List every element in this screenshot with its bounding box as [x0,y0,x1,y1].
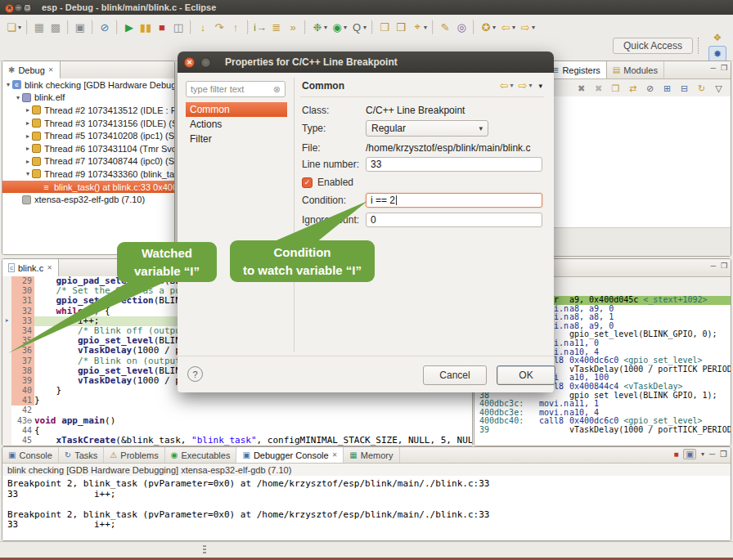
run-button[interactable]: ◉ [329,19,345,35]
tab-memory[interactable]: ▦Memory [344,447,399,463]
enabled-checkbox[interactable]: ✓ [302,177,313,188]
breakpoint-gutter[interactable] [2,436,11,446]
breakpoint-gutter[interactable] [2,307,11,316]
debug-button-dropdown[interactable]: ▾ [324,24,327,31]
remove-icon[interactable]: ✖ [574,82,588,96]
debug-tree-item[interactable]: ▸Thread #5 1073410208 (ipc1) (Suspended) [2,129,174,142]
chevron-down-icon[interactable]: ▾ [701,450,704,458]
breakpoint-gutter[interactable] [2,336,11,346]
chevron-down-icon[interactable]: ▾ [510,82,514,89]
tree-expander-icon[interactable]: ▸ [24,145,32,152]
code-line[interactable]: 45 xTaskCreate(&blink_task, "blink_task"… [2,436,472,446]
suspend-button[interactable]: ▮▮ [137,19,154,35]
breakpoint-gutter[interactable] [2,326,11,336]
debug-tree-item[interactable]: ▸Thread #3 1073413156 (IDLE) (Suspended) [2,117,174,130]
tab-executables[interactable]: ◉Executables [165,447,237,463]
window-close-button[interactable]: ✕ [5,4,14,13]
perspective-cpp-button[interactable]: ❖ [708,29,726,46]
dialog-maximize-button[interactable] [200,57,211,68]
profile-button[interactable]: Q [349,19,365,35]
search-flashlight-button[interactable]: ⌖ [409,19,425,35]
tree-expander-icon[interactable]: ▸ [24,119,32,127]
window-minimize-button[interactable]: ─ [14,3,23,12]
tab-debugger-console[interactable]: ▣Debugger Console✕ [236,447,344,463]
minimize-icon[interactable]: ─ [709,450,715,459]
breakpoint-gutter[interactable] [2,376,11,386]
tab-console[interactable]: ▣Console [2,447,59,463]
minimize-icon[interactable]: ─ [711,64,716,72]
deselect-icon[interactable]: ⊘ [643,82,657,96]
use-step-filters-button[interactable]: » [285,19,301,35]
close-icon[interactable]: ✕ [332,451,338,459]
drop-to-frame-button[interactable]: ≣ [268,19,285,35]
open-folder-button[interactable]: ❒ [393,19,409,35]
maximize-icon[interactable]: ❒ [721,262,727,270]
maximize-icon[interactable]: ❒ [721,64,727,72]
debug-tree-item[interactable]: ▾cblink checking [GDB Hardware Debugging… [2,78,174,92]
back-icon[interactable]: ⇦ [500,79,509,92]
step-over-button[interactable]: ↷ [211,19,227,35]
debug-button[interactable]: ❉ [309,19,326,35]
search-flashlight-button-dropdown[interactable]: ▾ [424,24,427,31]
save-all-button[interactable]: ▩ [47,19,64,35]
profile-button-dropdown[interactable]: ▾ [363,24,366,31]
cast-to-type-icon[interactable]: ⇄ [626,82,640,96]
tab-registers[interactable]: ≣Registers [546,61,607,78]
terminate-icon[interactable]: ■ [673,450,678,459]
debug-tree-item[interactable]: xtensa-esp32-elf-gdb (7.10) [2,193,174,206]
open-project-folder-button[interactable]: ❒ [376,19,393,35]
perspective-debug-button[interactable]: ✹ [708,46,726,62]
breakpoint-gutter[interactable]: ➤ [2,316,11,326]
breakpoint-gutter[interactable] [2,386,11,396]
expand-all-icon[interactable]: ⊞ [660,82,674,96]
quick-access-button[interactable]: Quick Access [613,38,693,54]
forward-history-button-dropdown[interactable]: ▾ [532,24,535,31]
tree-expander-icon[interactable]: ▸ [24,106,32,114]
tab-problems[interactable]: ⚠Problems [104,447,164,463]
debug-tree-item[interactable]: ▸Thread #6 1073431104 (Tmr Svc) (Suspend… [2,142,174,155]
ok-button[interactable]: OK [497,365,555,385]
tree-expander-icon[interactable]: ▾ [4,81,12,88]
instruction-stepping-button[interactable]: i→ [252,19,268,35]
debug-tree-item[interactable]: ▾Thread #9 1073433360 (blink_task : Susp… [2,168,174,181]
step-return-button[interactable]: ↑ [227,19,244,35]
new-wizard-button-dropdown[interactable]: ▾ [18,24,21,31]
debug-tree-item[interactable]: ▾blink.elf [2,92,174,105]
code-line[interactable]: 43⊖void app_main() [2,416,472,426]
forward-history-button[interactable]: ⇨ [517,19,533,35]
display-console-icon[interactable]: ▣ [683,449,695,459]
breakpoint-gutter[interactable] [2,396,11,405]
dialog-category-actions[interactable]: Actions [186,117,287,132]
debug-tree-item[interactable]: ▸Thread #2 1073413512 (IDLE : Running) [2,104,174,117]
breakpoint-gutter[interactable] [2,276,11,286]
tab-blink-c[interactable]: c blink.c ✕ [2,259,59,276]
chevron-down-icon[interactable]: ▾ [528,82,532,89]
help-icon[interactable]: ? [187,366,203,382]
cancel-button[interactable]: Cancel [423,365,487,385]
breakpoint-gutter[interactable] [2,416,11,426]
type-select[interactable]: Regular ▾ [366,120,488,137]
binary-file-button[interactable]: ▣ [72,19,88,35]
forward-icon[interactable]: ⇨ [519,79,528,92]
refresh-icon[interactable]: ↻ [695,82,708,96]
step-into-button[interactable]: ↓ [195,19,211,35]
disassembly-line[interactable]: 39vTaskDelay(1000 / portTICK_PERIOD_MS); [474,426,731,435]
skip-all-breakpoints-button[interactable]: ⊘ [97,19,113,35]
disassembly-line[interactable]: 400dbc40:call80x400dc6c0 <gpio_set_level… [474,417,731,426]
back-history-button-dropdown[interactable]: ▾ [512,24,515,31]
close-icon[interactable]: ✕ [48,66,54,74]
condition-input[interactable]: i == 2 [366,193,542,208]
window-maximize-button[interactable]: ❒ [23,4,32,13]
tree-expander-icon[interactable]: ▾ [14,94,22,101]
breakpoint-gutter[interactable] [2,346,11,356]
minimize-icon[interactable]: ─ [711,262,716,270]
tree-expander-icon[interactable]: ▸ [24,158,32,165]
new-wizard-button[interactable]: ❏ [3,19,20,35]
breakpoint-gutter[interactable] [2,356,11,366]
resume-button[interactable]: ▶ [121,19,137,35]
filter-input[interactable]: type filter text ⊗ [186,81,286,97]
breakpoint-gutter[interactable] [2,366,11,376]
debug-tree-item[interactable]: ≡blink_task() at blink.c:33 0x400dbc18 [2,181,174,194]
clear-filter-icon[interactable]: ⊗ [273,84,281,95]
code-line[interactable]: 41} [2,396,472,405]
